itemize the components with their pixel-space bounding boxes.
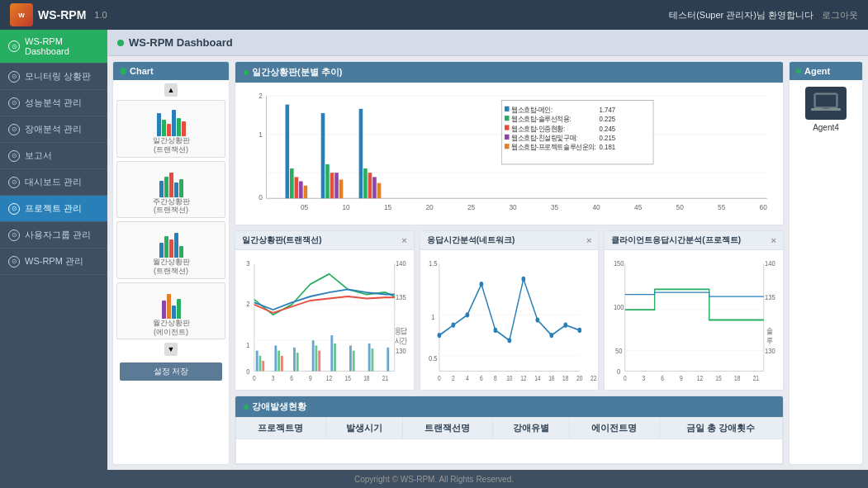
svg-text:0: 0 [617,367,620,376]
agent-dot [796,69,801,73]
small-chart-daily-body: 3 2 1 0 140 135 응답 시간 130 [235,250,414,390]
svg-text:4: 4 [466,374,469,382]
svg-text:60: 60 [760,202,767,211]
fault-icon: ⊙ [8,124,20,135]
wsrpm-mgmt-icon: ⊙ [8,256,20,268]
svg-rect-74 [256,351,259,372]
fault-col-agent: 에이전트명 [569,418,659,439]
logout-button[interactable]: 로그아웃 [822,9,858,21]
svg-text:30: 30 [509,202,516,211]
small-chart-network-body: 1.5 1 0.5 0 2 [420,250,599,390]
svg-text:35: 35 [551,202,558,211]
sidebar-item-fault[interactable]: ⊙ 장애분석 관리 [0,116,107,143]
sidebar-item-dashboard-mgmt[interactable]: ⊙ 대시보드 관리 [0,169,107,196]
small-chart-network-title: 응답시간분석(네트워크) [427,235,515,246]
svg-rect-87 [349,345,352,371]
report-icon: ⊙ [8,150,20,162]
project-icon: ⊙ [8,203,20,215]
svg-rect-33 [368,173,372,198]
chart-thumb-monthly-agent[interactable]: 월간상황판(에이전트) [116,282,225,340]
main-layout: ⊙ WS-RPM Dashboard ⊙ 모니터링 상황판 ⊙ 성능분석 관리 … [0,30,868,470]
svg-text:2: 2 [259,92,263,101]
chart-thumb-monthly-bar[interactable]: 월간상황판(트랜잭션) [116,221,225,279]
small-chart-client-body: 150 100 50 0 140 135 솔 루 130 [605,250,783,390]
svg-point-116 [507,338,511,343]
monitoring-icon: ⊙ [8,71,20,83]
fault-section: 강애발생현황 프로젝트명 발생시기 트랜잭선명 강애유별 에이전트명 금일 총 … [235,396,784,465]
agent-panel: Agent Agent4 [789,61,863,465]
sidebar-item-performance[interactable]: ⊙ 성능분석 관리 [0,90,107,116]
svg-rect-79 [281,356,283,372]
sidebar-item-monitoring[interactable]: ⊙ 모니터링 상황판 [0,64,107,90]
svg-text:45: 45 [634,202,642,211]
dashboard-main: 일간상황판(분별 추이) [235,61,784,465]
svg-text:22: 22 [591,374,596,382]
small-chart-daily-title: 일간상황판(트랜잭선) [242,235,322,246]
svg-text:0: 0 [438,374,441,382]
scroll-up-button[interactable]: ▲ [164,83,178,97]
svg-text:0: 0 [259,193,263,202]
svg-point-121 [577,328,581,333]
dashboard: Chart ▲ 일간상황판(트랜잭션) [107,56,868,470]
chart-thumb-daily-bar[interactable]: 일간상황판(트랜잭션) [116,100,225,158]
bar-chart-section: 일간상황판(분별 추이) [235,61,784,225]
fault-col-transaction: 트랜잭선명 [402,418,492,439]
svg-text:18: 18 [363,374,369,382]
sidebar-label-monitoring: 모니터링 상황판 [25,70,91,83]
agent-panel-header: Agent [790,62,862,80]
svg-text:0.215: 0.215 [600,134,616,143]
chart-thumb-weekly-bar[interactable]: 주간상황판(트랜잭션) [116,161,225,219]
save-settings-button[interactable]: 설정 저장 [120,362,222,381]
svg-rect-30 [339,179,344,198]
svg-rect-35 [377,183,382,199]
svg-rect-37 [505,107,510,111]
svg-text:8: 8 [494,374,497,382]
svg-text:0.5: 0.5 [429,353,438,362]
svg-text:140: 140 [765,258,776,268]
svg-rect-85 [330,335,333,371]
small-chart-daily-close[interactable]: × [401,235,406,245]
svg-text:50: 50 [615,346,622,355]
svg-text:6: 6 [662,374,665,382]
svg-text:3: 3 [246,258,249,268]
svg-point-119 [549,333,553,338]
sidebar-item-project[interactable]: ⊙ 프로젝트 관리 [0,196,107,222]
svg-text:루: 루 [767,336,774,345]
chart-thumb-daily-label: 일간상황판(트랜잭션) [120,136,222,154]
scroll-down-button[interactable]: ▼ [164,343,178,356]
chart-panel-header: Chart [113,62,229,80]
client-response-svg: 150 100 50 0 140 135 솔 루 130 [608,253,780,386]
bar-chart-container: 2 1 0 05 10 15 20 25 30 35 [244,88,775,220]
chart-thumb-weekly-label: 주간상황판(트랜잭션) [120,197,222,216]
bar-chart-header: 일간상황판(분별 추이) [235,62,783,83]
svg-text:15: 15 [344,374,350,382]
sidebar-label-fault: 장애분석 관리 [25,123,82,135]
fault-dot [244,405,249,410]
sidebar: ⊙ WS-RPM Dashboard ⊙ 모니터링 상황판 ⊙ 성능분석 관리 … [0,30,107,470]
fault-col-count: 금일 총 강애횟수 [659,418,782,439]
sidebar-item-dashboard[interactable]: ⊙ WS-RPM Dashboard [0,30,107,64]
small-chart-client-title: 클라이언트응답시간분석(프로젝트) [611,235,741,246]
sidebar-item-usergroup[interactable]: ⊙ 사용자그룹 관리 [0,222,107,249]
sidebar-item-wsrpm-mgmt[interactable]: ⊙ WS-RPM 관리 [0,249,107,275]
svg-text:12: 12 [520,374,526,382]
fault-col-project: 프로젝트명 [236,418,326,439]
svg-text:15: 15 [716,374,722,382]
sidebar-label-dashboard-mgmt: 대시보드 관리 [25,176,82,188]
svg-text:12: 12 [697,374,703,382]
svg-text:05: 05 [301,202,308,211]
content-area: WS-RPM Dashboard Chart ▲ [107,30,868,470]
chart-panel-title: Chart [130,66,154,76]
svg-rect-91 [387,348,389,371]
svg-text:6: 6 [290,374,293,382]
small-charts-row: 일간상황판(트랜잭선) × 3 2 1 0 140 [235,230,784,391]
svg-text:6: 6 [480,374,483,382]
svg-rect-89 [368,343,371,371]
svg-rect-31 [359,109,363,198]
small-chart-client-close[interactable]: × [771,235,776,245]
fault-col-time: 발생시기 [325,418,402,439]
small-chart-network-close[interactable]: × [586,235,591,245]
bar-chart-dot [244,70,249,75]
sidebar-item-report[interactable]: ⊙ 보고서 [0,143,107,169]
dashboard-mgmt-icon: ⊙ [8,177,20,188]
